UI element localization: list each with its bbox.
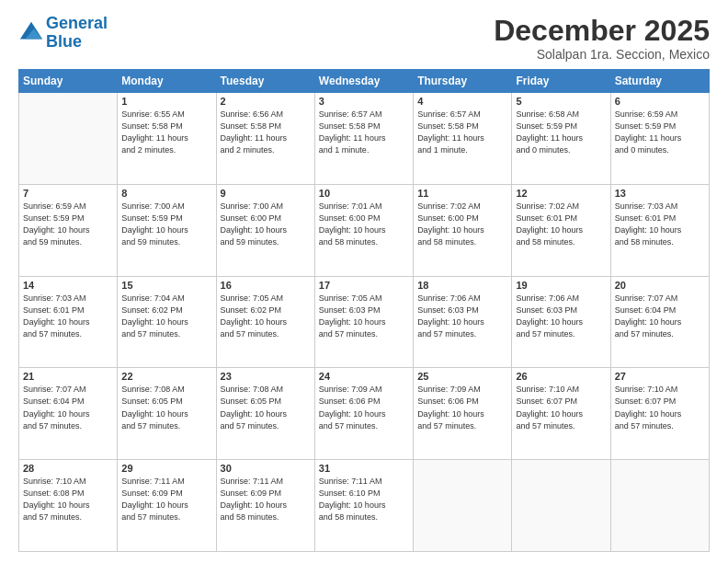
day-cell [512,460,610,552]
day-cell [19,93,118,185]
day-info: Sunrise: 6:58 AMSunset: 5:59 PMDaylight:… [516,109,606,156]
day-info: Sunrise: 7:05 AMSunset: 6:03 PMDaylight:… [319,293,409,340]
title-block: December 2025 Solalpan 1ra. Seccion, Mex… [494,15,710,62]
th-friday: Friday [512,70,610,93]
day-number: 20 [615,280,705,291]
day-cell: 13Sunrise: 7:03 AMSunset: 6:01 PMDayligh… [610,184,709,276]
day-cell: 26Sunrise: 7:10 AMSunset: 6:07 PMDayligh… [512,368,610,460]
day-cell: 19Sunrise: 7:06 AMSunset: 6:03 PMDayligh… [512,276,610,368]
day-cell: 15Sunrise: 7:04 AMSunset: 6:02 PMDayligh… [118,276,216,368]
day-cell: 16Sunrise: 7:05 AMSunset: 6:02 PMDayligh… [216,276,314,368]
day-info: Sunrise: 7:03 AMSunset: 6:01 PMDaylight:… [615,201,705,248]
day-number: 4 [417,96,507,107]
day-cell: 9Sunrise: 7:00 AMSunset: 6:00 PMDaylight… [216,184,314,276]
day-cell: 27Sunrise: 7:10 AMSunset: 6:07 PMDayligh… [610,368,709,460]
day-number: 3 [319,96,409,107]
day-cell: 22Sunrise: 7:08 AMSunset: 6:05 PMDayligh… [118,368,216,460]
day-number: 30 [221,463,311,474]
day-info: Sunrise: 7:05 AMSunset: 6:02 PMDaylight:… [221,293,311,340]
day-number: 22 [121,371,211,382]
day-cell: 2Sunrise: 6:56 AMSunset: 5:58 PMDaylight… [216,93,314,185]
day-cell: 3Sunrise: 6:57 AMSunset: 5:58 PMDaylight… [314,93,413,185]
day-info: Sunrise: 6:57 AMSunset: 5:58 PMDaylight:… [319,109,409,156]
day-info: Sunrise: 6:59 AMSunset: 5:59 PMDaylight:… [23,201,113,248]
location: Solalpan 1ra. Seccion, Mexico [494,47,710,62]
day-info: Sunrise: 6:55 AMSunset: 5:58 PMDaylight:… [121,109,211,156]
week-row-4: 28Sunrise: 7:10 AMSunset: 6:08 PMDayligh… [19,460,710,552]
logo-icon [18,20,44,46]
week-row-3: 21Sunrise: 7:07 AMSunset: 6:04 PMDayligh… [19,368,710,460]
day-number: 19 [516,280,606,291]
day-number: 15 [121,280,211,291]
day-number: 5 [516,96,606,107]
day-cell: 1Sunrise: 6:55 AMSunset: 5:58 PMDaylight… [118,93,216,185]
month-title: December 2025 [494,15,710,47]
header: General Blue December 2025 Solalpan 1ra.… [18,15,710,62]
day-number: 12 [516,188,606,199]
day-cell [414,460,512,552]
day-cell: 24Sunrise: 7:09 AMSunset: 6:06 PMDayligh… [314,368,413,460]
day-info: Sunrise: 7:11 AMSunset: 6:10 PMDaylight:… [319,476,409,523]
day-number: 29 [121,463,211,474]
week-row-1: 7Sunrise: 6:59 AMSunset: 5:59 PMDaylight… [19,184,710,276]
day-info: Sunrise: 7:09 AMSunset: 6:06 PMDaylight:… [417,384,507,431]
day-info: Sunrise: 6:59 AMSunset: 5:59 PMDaylight:… [615,109,705,156]
day-cell: 6Sunrise: 6:59 AMSunset: 5:59 PMDaylight… [610,93,709,185]
page: General Blue December 2025 Solalpan 1ra.… [0,0,728,563]
day-number: 13 [615,188,705,199]
day-number: 7 [23,188,113,199]
day-info: Sunrise: 7:04 AMSunset: 6:02 PMDaylight:… [121,293,211,340]
day-cell: 28Sunrise: 7:10 AMSunset: 6:08 PMDayligh… [19,460,118,552]
day-number: 25 [417,371,507,382]
week-row-0: 1Sunrise: 6:55 AMSunset: 5:58 PMDaylight… [19,93,710,185]
day-info: Sunrise: 7:03 AMSunset: 6:01 PMDaylight:… [23,293,113,340]
th-tuesday: Tuesday [216,70,314,93]
day-info: Sunrise: 7:02 AMSunset: 6:00 PMDaylight:… [417,201,507,248]
day-number: 1 [121,96,211,107]
day-info: Sunrise: 7:06 AMSunset: 6:03 PMDaylight:… [417,293,507,340]
week-row-2: 14Sunrise: 7:03 AMSunset: 6:01 PMDayligh… [19,276,710,368]
day-number: 31 [319,463,409,474]
day-cell: 21Sunrise: 7:07 AMSunset: 6:04 PMDayligh… [19,368,118,460]
day-cell: 18Sunrise: 7:06 AMSunset: 6:03 PMDayligh… [414,276,512,368]
day-info: Sunrise: 7:08 AMSunset: 6:05 PMDaylight:… [121,384,211,431]
day-number: 8 [121,188,211,199]
th-thursday: Thursday [414,70,512,93]
day-number: 28 [23,463,113,474]
day-info: Sunrise: 7:02 AMSunset: 6:01 PMDaylight:… [516,201,606,248]
day-cell: 7Sunrise: 6:59 AMSunset: 5:59 PMDaylight… [19,184,118,276]
day-info: Sunrise: 7:01 AMSunset: 6:00 PMDaylight:… [319,201,409,248]
day-cell [610,460,709,552]
logo-general: General [46,14,108,32]
day-cell: 14Sunrise: 7:03 AMSunset: 6:01 PMDayligh… [19,276,118,368]
day-number: 16 [221,280,311,291]
day-number: 17 [319,280,409,291]
day-number: 18 [417,280,507,291]
logo: General Blue [18,15,108,52]
day-cell: 23Sunrise: 7:08 AMSunset: 6:05 PMDayligh… [216,368,314,460]
day-number: 23 [221,371,311,382]
day-cell: 31Sunrise: 7:11 AMSunset: 6:10 PMDayligh… [314,460,413,552]
logo-text: General Blue [46,15,108,52]
day-number: 2 [221,96,311,107]
day-number: 24 [319,371,409,382]
day-info: Sunrise: 7:00 AMSunset: 6:00 PMDaylight:… [221,201,311,248]
logo-blue: Blue [46,32,82,51]
day-number: 26 [516,371,606,382]
day-info: Sunrise: 7:07 AMSunset: 6:04 PMDaylight:… [23,384,113,431]
th-monday: Monday [118,70,216,93]
day-info: Sunrise: 6:56 AMSunset: 5:58 PMDaylight:… [221,109,311,156]
day-number: 6 [615,96,705,107]
day-cell: 8Sunrise: 7:00 AMSunset: 5:59 PMDaylight… [118,184,216,276]
day-info: Sunrise: 6:57 AMSunset: 5:58 PMDaylight:… [417,109,507,156]
day-info: Sunrise: 7:07 AMSunset: 6:04 PMDaylight:… [615,293,705,340]
day-number: 10 [319,188,409,199]
day-cell: 10Sunrise: 7:01 AMSunset: 6:00 PMDayligh… [314,184,413,276]
th-saturday: Saturday [610,70,709,93]
day-info: Sunrise: 7:11 AMSunset: 6:09 PMDaylight:… [121,476,211,523]
day-number: 21 [23,371,113,382]
th-sunday: Sunday [19,70,118,93]
day-info: Sunrise: 7:06 AMSunset: 6:03 PMDaylight:… [516,293,606,340]
day-info: Sunrise: 7:09 AMSunset: 6:06 PMDaylight:… [319,384,409,431]
day-number: 9 [221,188,311,199]
